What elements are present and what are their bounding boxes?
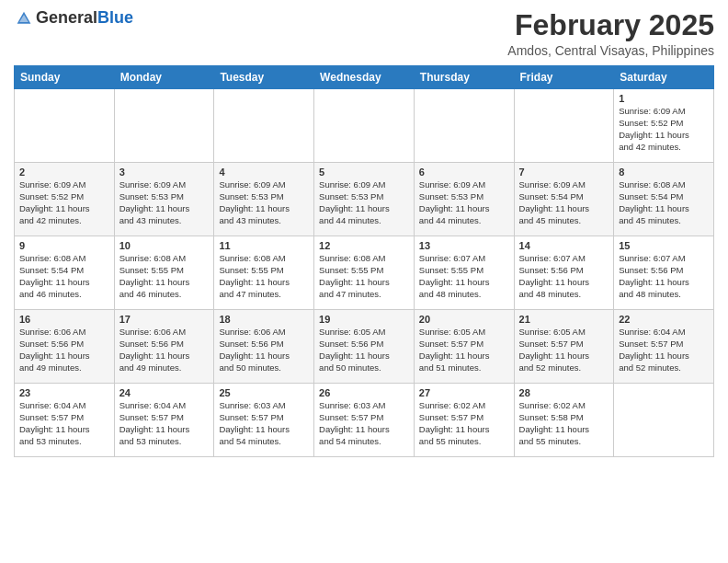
day-cell: 7Sunrise: 6:09 AM Sunset: 5:54 PM Daylig… bbox=[514, 163, 614, 236]
day-cell: 27Sunrise: 6:02 AM Sunset: 5:57 PM Dayli… bbox=[414, 384, 514, 457]
day-number: 20 bbox=[419, 314, 509, 325]
location-title: Amdos, Central Visayas, Philippines bbox=[507, 43, 714, 58]
day-cell: 24Sunrise: 6:04 AM Sunset: 5:57 PM Dayli… bbox=[114, 384, 214, 457]
day-cell: 10Sunrise: 6:08 AM Sunset: 5:55 PM Dayli… bbox=[114, 236, 214, 310]
day-cell: 15Sunrise: 6:07 AM Sunset: 5:56 PM Dayli… bbox=[614, 236, 714, 310]
day-cell: 8Sunrise: 6:08 AM Sunset: 5:54 PM Daylig… bbox=[614, 163, 714, 236]
logo-general: General bbox=[36, 8, 97, 27]
day-number: 3 bbox=[119, 167, 210, 178]
day-number: 15 bbox=[619, 240, 709, 251]
day-number: 4 bbox=[219, 167, 309, 178]
day-cell: 22Sunrise: 6:04 AM Sunset: 5:57 PM Dayli… bbox=[614, 310, 714, 384]
day-info: Sunrise: 6:06 AM Sunset: 5:56 PM Dayligh… bbox=[119, 327, 210, 373]
day-info: Sunrise: 6:02 AM Sunset: 5:58 PM Dayligh… bbox=[519, 400, 609, 447]
day-info: Sunrise: 6:08 AM Sunset: 5:54 PM Dayligh… bbox=[619, 179, 709, 226]
day-number: 25 bbox=[219, 387, 309, 398]
day-info: Sunrise: 6:09 AM Sunset: 5:53 PM Dayligh… bbox=[219, 179, 309, 226]
day-number: 27 bbox=[419, 387, 509, 398]
day-info: Sunrise: 6:06 AM Sunset: 5:56 PM Dayligh… bbox=[219, 327, 309, 373]
day-info: Sunrise: 6:04 AM Sunset: 5:57 PM Dayligh… bbox=[619, 327, 709, 373]
weekday-header-row: SundayMondayTuesdayWednesdayThursdayFrid… bbox=[15, 66, 714, 89]
day-number: 26 bbox=[319, 387, 409, 398]
logo-icon bbox=[16, 10, 32, 27]
day-cell: 12Sunrise: 6:08 AM Sunset: 5:55 PM Dayli… bbox=[314, 236, 415, 310]
day-info: Sunrise: 6:03 AM Sunset: 5:57 PM Dayligh… bbox=[319, 400, 409, 447]
day-number: 22 bbox=[619, 314, 709, 325]
day-cell: 2Sunrise: 6:09 AM Sunset: 5:52 PM Daylig… bbox=[15, 163, 115, 236]
day-info: Sunrise: 6:09 AM Sunset: 5:53 PM Dayligh… bbox=[119, 179, 210, 226]
day-info: Sunrise: 6:09 AM Sunset: 5:53 PM Dayligh… bbox=[419, 179, 509, 226]
day-number: 9 bbox=[19, 240, 109, 251]
logo-blue: Blue bbox=[97, 8, 133, 27]
day-info: Sunrise: 6:08 AM Sunset: 5:54 PM Dayligh… bbox=[19, 253, 109, 300]
day-cell: 17Sunrise: 6:06 AM Sunset: 5:56 PM Dayli… bbox=[114, 310, 214, 384]
day-number: 6 bbox=[419, 167, 509, 178]
day-cell: 14Sunrise: 6:07 AM Sunset: 5:56 PM Dayli… bbox=[514, 236, 614, 310]
day-cell: 5Sunrise: 6:09 AM Sunset: 5:53 PM Daylig… bbox=[314, 163, 415, 236]
week-row-2: 2Sunrise: 6:09 AM Sunset: 5:52 PM Daylig… bbox=[15, 163, 714, 236]
day-cell: 19Sunrise: 6:05 AM Sunset: 5:56 PM Dayli… bbox=[314, 310, 415, 384]
day-info: Sunrise: 6:02 AM Sunset: 5:57 PM Dayligh… bbox=[419, 400, 509, 447]
day-number: 24 bbox=[119, 387, 210, 398]
week-row-1: 1Sunrise: 6:09 AM Sunset: 5:52 PM Daylig… bbox=[15, 89, 714, 163]
weekday-header-tuesday: Tuesday bbox=[214, 66, 314, 89]
day-number: 7 bbox=[519, 167, 609, 178]
day-cell: 9Sunrise: 6:08 AM Sunset: 5:54 PM Daylig… bbox=[15, 236, 115, 310]
day-cell: 16Sunrise: 6:06 AM Sunset: 5:56 PM Dayli… bbox=[15, 310, 115, 384]
day-cell: 28Sunrise: 6:02 AM Sunset: 5:58 PM Dayli… bbox=[514, 384, 614, 457]
day-number: 23 bbox=[19, 387, 109, 398]
day-number: 8 bbox=[619, 167, 709, 178]
day-number: 1 bbox=[619, 93, 709, 104]
day-cell: 26Sunrise: 6:03 AM Sunset: 5:57 PM Dayli… bbox=[314, 384, 415, 457]
day-info: Sunrise: 6:03 AM Sunset: 5:57 PM Dayligh… bbox=[219, 400, 309, 447]
day-info: Sunrise: 6:04 AM Sunset: 5:57 PM Dayligh… bbox=[19, 400, 109, 447]
weekday-header-monday: Monday bbox=[114, 66, 214, 89]
day-number: 19 bbox=[319, 314, 409, 325]
day-cell bbox=[614, 384, 714, 457]
day-number: 28 bbox=[519, 387, 609, 398]
day-cell: 23Sunrise: 6:04 AM Sunset: 5:57 PM Dayli… bbox=[15, 384, 115, 457]
logo-text: GeneralBlue bbox=[36, 9, 133, 28]
day-cell bbox=[514, 89, 614, 163]
day-cell: 6Sunrise: 6:09 AM Sunset: 5:53 PM Daylig… bbox=[414, 163, 514, 236]
page: GeneralBlue February 2025 Amdos, Central… bbox=[0, 0, 728, 466]
day-info: Sunrise: 6:09 AM Sunset: 5:53 PM Dayligh… bbox=[319, 179, 409, 226]
week-row-3: 9Sunrise: 6:08 AM Sunset: 5:54 PM Daylig… bbox=[15, 236, 714, 310]
day-info: Sunrise: 6:05 AM Sunset: 5:57 PM Dayligh… bbox=[419, 327, 509, 373]
day-info: Sunrise: 6:07 AM Sunset: 5:56 PM Dayligh… bbox=[619, 253, 709, 300]
day-number: 17 bbox=[119, 314, 210, 325]
day-cell: 4Sunrise: 6:09 AM Sunset: 5:53 PM Daylig… bbox=[214, 163, 314, 236]
day-info: Sunrise: 6:05 AM Sunset: 5:57 PM Dayligh… bbox=[519, 327, 609, 373]
day-cell bbox=[114, 89, 214, 163]
day-info: Sunrise: 6:09 AM Sunset: 5:54 PM Dayligh… bbox=[519, 179, 609, 226]
day-number: 2 bbox=[19, 167, 109, 178]
day-cell: 11Sunrise: 6:08 AM Sunset: 5:55 PM Dayli… bbox=[214, 236, 314, 310]
week-row-4: 16Sunrise: 6:06 AM Sunset: 5:56 PM Dayli… bbox=[15, 310, 714, 384]
day-info: Sunrise: 6:07 AM Sunset: 5:56 PM Dayligh… bbox=[519, 253, 609, 300]
day-number: 21 bbox=[519, 314, 609, 325]
day-cell: 25Sunrise: 6:03 AM Sunset: 5:57 PM Dayli… bbox=[214, 384, 314, 457]
calendar: SundayMondayTuesdayWednesdayThursdayFrid… bbox=[14, 65, 714, 457]
header: GeneralBlue February 2025 Amdos, Central… bbox=[14, 9, 714, 58]
day-number: 5 bbox=[319, 167, 409, 178]
weekday-header-wednesday: Wednesday bbox=[314, 66, 415, 89]
day-cell bbox=[314, 89, 415, 163]
day-number: 18 bbox=[219, 314, 309, 325]
month-title: February 2025 bbox=[507, 9, 714, 41]
day-number: 16 bbox=[19, 314, 109, 325]
day-info: Sunrise: 6:07 AM Sunset: 5:55 PM Dayligh… bbox=[419, 253, 509, 300]
day-info: Sunrise: 6:08 AM Sunset: 5:55 PM Dayligh… bbox=[119, 253, 210, 300]
weekday-header-sunday: Sunday bbox=[15, 66, 115, 89]
day-info: Sunrise: 6:08 AM Sunset: 5:55 PM Dayligh… bbox=[219, 253, 309, 300]
day-info: Sunrise: 6:05 AM Sunset: 5:56 PM Dayligh… bbox=[319, 327, 409, 373]
day-cell: 3Sunrise: 6:09 AM Sunset: 5:53 PM Daylig… bbox=[114, 163, 214, 236]
day-cell: 20Sunrise: 6:05 AM Sunset: 5:57 PM Dayli… bbox=[414, 310, 514, 384]
day-info: Sunrise: 6:04 AM Sunset: 5:57 PM Dayligh… bbox=[119, 400, 210, 447]
title-area: February 2025 Amdos, Central Visayas, Ph… bbox=[507, 9, 714, 58]
day-info: Sunrise: 6:09 AM Sunset: 5:52 PM Dayligh… bbox=[19, 179, 109, 226]
day-cell: 1Sunrise: 6:09 AM Sunset: 5:52 PM Daylig… bbox=[614, 89, 714, 163]
day-number: 10 bbox=[119, 240, 210, 251]
day-info: Sunrise: 6:09 AM Sunset: 5:52 PM Dayligh… bbox=[619, 106, 709, 153]
day-cell bbox=[414, 89, 514, 163]
weekday-header-saturday: Saturday bbox=[614, 66, 714, 89]
